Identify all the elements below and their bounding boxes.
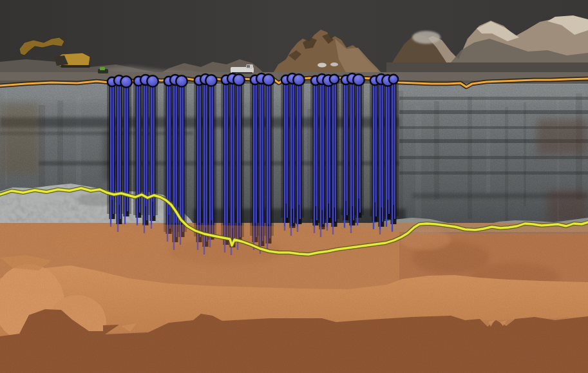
drillhole-collar-marker[interactable] — [353, 74, 365, 86]
drillhole-cluster[interactable] — [107, 83, 131, 232]
drillhole-collar-marker[interactable] — [176, 75, 187, 87]
drillhole-collar-marker[interactable] — [389, 75, 398, 84]
drillhole-cluster[interactable] — [133, 82, 158, 233]
drillhole-cluster[interactable] — [310, 82, 339, 237]
drillhole-collar-marker[interactable] — [330, 75, 339, 84]
drillhole-collar-marker[interactable] — [147, 75, 158, 87]
parked-vehicle — [318, 63, 327, 68]
drillhole-cluster[interactable] — [281, 81, 304, 236]
drillhole-cluster[interactable] — [341, 81, 364, 233]
drillhole-collar-marker[interactable] — [205, 75, 217, 86]
drillhole-collar-marker[interactable] — [120, 76, 132, 88]
drillhole-collar-marker[interactable] — [233, 74, 245, 86]
drillhole-collar-marker[interactable] — [293, 74, 305, 86]
drillhole-cluster[interactable] — [370, 82, 399, 234]
3d-viewport[interactable] — [0, 0, 588, 373]
parked-vehicle — [330, 62, 338, 66]
drillhole-collar-marker[interactable] — [263, 74, 274, 86]
orange-overlay-region[interactable] — [0, 224, 588, 373]
